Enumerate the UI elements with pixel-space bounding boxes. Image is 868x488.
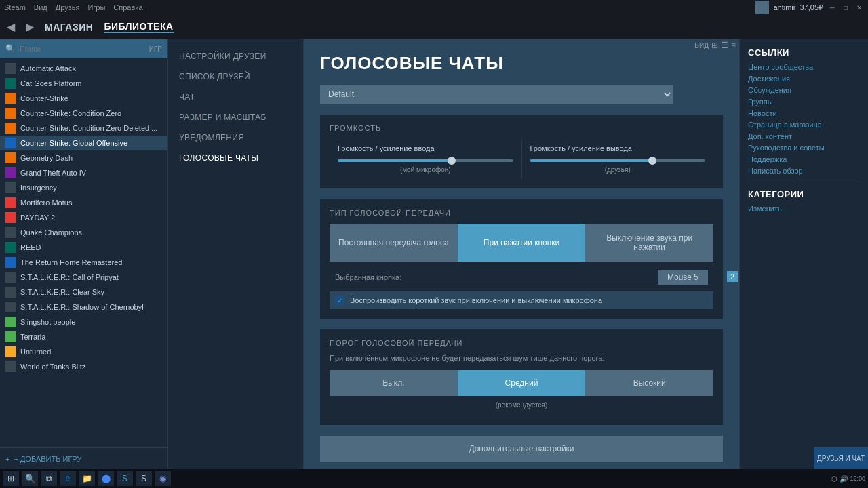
search-icon: 🔍 [5, 44, 16, 54]
link-groups[interactable]: Группы [748, 98, 860, 106]
steam-blue-button[interactable]: S [117, 471, 133, 486]
nav-store[interactable]: МАГАЗИН [45, 22, 93, 33]
game-item[interactable]: Mortifero Motus [0, 195, 167, 210]
minimize-button[interactable]: ─ [827, 3, 837, 12]
scroll-indicator[interactable]: 2 [727, 271, 738, 282]
game-thumb [5, 123, 16, 134]
start-button[interactable]: ⊞ [3, 471, 19, 486]
game-item-active[interactable]: Counter-Strike: Global Offensive [0, 136, 167, 150]
threshold-btn-high[interactable]: Высокий [585, 370, 713, 396]
search-bar: 🔍 ИГР [0, 39, 167, 58]
nav-library[interactable]: БИБЛИОТЕКА [104, 21, 173, 33]
game-item[interactable]: Geometry Dash [0, 150, 167, 165]
game-name: Counter-Strike: Global Offensive [20, 139, 127, 147]
settings-nav-size[interactable]: РАЗМЕР И МАСШТАБ [168, 107, 303, 127]
output-volume-slider[interactable] [530, 159, 706, 162]
checkbox-row[interactable]: ✓ Воспроизводить короткий звук при включ… [330, 291, 713, 309]
menu-help[interactable]: Справка [113, 3, 142, 12]
discord-button[interactable]: ◉ [155, 471, 171, 486]
menu-games[interactable]: Игры [87, 3, 105, 12]
game-name: Quake Champions [20, 228, 82, 237]
game-thumb [5, 152, 16, 163]
game-item[interactable]: Insurgency [0, 180, 167, 195]
voice-btn-mute[interactable]: Выключение звука при нажатии [585, 224, 713, 262]
maximize-button[interactable]: □ [841, 3, 850, 12]
link-achievements[interactable]: Достижения [748, 75, 860, 83]
input-volume-slider[interactable] [338, 159, 513, 162]
clock: 12:00 [850, 475, 865, 482]
additional-settings-button[interactable]: Дополнительные настройки [320, 436, 723, 462]
voice-btn-push[interactable]: При нажатии кнопки [458, 224, 586, 262]
output-volume-col: Громкость / усиление вывода (друзья) [522, 139, 714, 179]
game-item[interactable]: Slingshot people [0, 314, 167, 329]
add-game-label: + ДОБАВИТЬ ИГРУ [14, 455, 81, 463]
chrome-button[interactable]: ⬤ [98, 471, 114, 486]
settings-nav-friends[interactable]: НАСТРОЙКИ ДРУЗЕЙ [168, 46, 303, 66]
menu-view[interactable]: Вид [34, 3, 47, 12]
game-item[interactable]: S.T.A.L.K.E.R.: Clear Sky [0, 285, 167, 300]
small-list-icon[interactable]: ≡ [731, 41, 736, 50]
settings-nav-chat[interactable]: ЧАТ [168, 87, 303, 107]
game-item[interactable]: Cat Goes Platform [0, 76, 167, 91]
slider-fill [530, 159, 653, 162]
close-button[interactable]: ✕ [854, 3, 864, 12]
list-view-icon[interactable]: ☰ [721, 41, 728, 50]
back-arrow[interactable]: ◀ [7, 20, 15, 33]
links-title: ССЫЛКИ [748, 47, 860, 58]
explorer-button[interactable]: 📁 [79, 471, 95, 486]
game-thumb [5, 242, 16, 253]
game-item[interactable]: Unturned [0, 344, 167, 359]
game-item[interactable]: S.T.A.L.K.E.R.: Call of Pripyat [0, 270, 167, 285]
checkbox-label: Воспроизводить короткий звук при включен… [350, 296, 602, 304]
voice-btn-continuous[interactable]: Постоянная передача голоса [330, 224, 458, 262]
voice-type-section: ТИП ГОЛОСОВОЙ ПЕРЕДАЧИ Постоянная переда… [320, 199, 723, 319]
link-guides[interactable]: Руководства и советы [748, 144, 860, 152]
game-item[interactable]: Counter-Strike: Condition Zero Deleted .… [0, 121, 167, 136]
threshold-btn-off[interactable]: Выкл. [330, 370, 458, 396]
game-item[interactable]: Automatic Attack [0, 61, 167, 76]
threshold-btn-medium[interactable]: Средний [458, 370, 586, 396]
link-discussions[interactable]: Обсуждения [748, 86, 860, 94]
game-item[interactable]: Terraria [0, 329, 167, 344]
threshold-desc: При включённом микрофоне не будет переда… [330, 354, 713, 362]
settings-nav-voice[interactable]: ГОЛОСОВЫЕ ЧАТЫ [168, 148, 303, 168]
key-badge[interactable]: Mouse 5 [658, 270, 708, 285]
game-item[interactable]: The Return Home Remastered [0, 255, 167, 270]
game-item[interactable]: Grand Theft Auto IV [0, 165, 167, 180]
game-item[interactable]: Counter-Strike: Condition Zero [0, 106, 167, 121]
forward-arrow[interactable]: ▶ [26, 20, 34, 33]
game-name: S.T.A.L.K.E.R.: Clear Sky [20, 288, 104, 296]
settings-nav-notifications[interactable]: УВЕДОМЛЕНИЯ [168, 127, 303, 148]
voice-buttons: Постоянная передача голоса При нажатии к… [330, 224, 713, 262]
grid-view-icon[interactable]: ⊞ [711, 41, 718, 50]
friends-chat-button[interactable]: ДРУЗЬЯ И ЧАТ [814, 447, 868, 469]
dropdown-row: Default [320, 85, 723, 104]
settings-nav-friends-list[interactable]: СПИСОК ДРУЗЕЙ [168, 66, 303, 87]
menu-steam[interactable]: Steam [4, 3, 26, 12]
link-news[interactable]: Новости [748, 109, 860, 117]
add-game-button[interactable]: + + ДОБАВИТЬ ИГРУ [0, 447, 167, 469]
game-name: PAYDAY 2 [20, 214, 55, 222]
device-dropdown[interactable]: Default [320, 85, 673, 104]
search-input[interactable] [20, 45, 145, 53]
game-item[interactable]: PAYDAY 2 [0, 210, 167, 225]
game-item[interactable]: S.T.A.L.K.E.R.: Shadow of Chernobyl [0, 300, 167, 314]
link-review[interactable]: Написать обзор [748, 167, 860, 175]
game-item[interactable]: Quake Champions [0, 225, 167, 240]
link-community[interactable]: Центр сообщества [748, 63, 860, 71]
link-support[interactable]: Поддержка [748, 155, 860, 163]
slider-fill [338, 159, 452, 162]
menu-friends[interactable]: Друзья [56, 3, 80, 12]
steam-button[interactable]: S [136, 471, 152, 486]
edge-button[interactable]: e [60, 471, 76, 486]
link-store[interactable]: Страница в магазине [748, 121, 860, 129]
search-taskbar-button[interactable]: 🔍 [22, 471, 38, 486]
game-name: Automatic Attack [20, 64, 76, 73]
game-item[interactable]: World of Tanks Blitz [0, 359, 167, 374]
game-item[interactable]: REED [0, 240, 167, 255]
link-categories-change[interactable]: Изменить... [748, 205, 860, 213]
task-view-button[interactable]: ⧉ [41, 471, 57, 486]
view-label: ВИД [694, 42, 709, 49]
link-dlc[interactable]: Доп. контент [748, 132, 860, 140]
game-item[interactable]: Counter-Strike [0, 91, 167, 106]
